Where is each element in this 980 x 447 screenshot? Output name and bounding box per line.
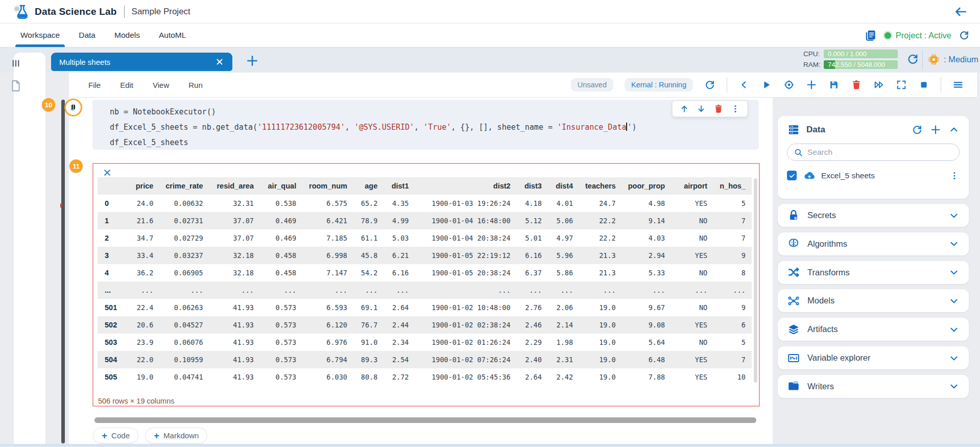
dataset-list-item[interactable]: Excel_5 sheets xyxy=(787,169,960,182)
data-cell: 65.2 xyxy=(353,195,384,212)
sidebar-section-writers[interactable]: Writers xyxy=(778,375,969,398)
data-cell: 89.3 xyxy=(353,351,384,368)
run-all-icon[interactable] xyxy=(873,79,885,90)
sidebar-section-secrets[interactable]: Secrets xyxy=(778,204,969,227)
cell-run-button[interactable] xyxy=(64,99,82,116)
ram-usage-badge: 742.550 / 5048.000 xyxy=(824,60,898,69)
hamburger-menu-icon[interactable] xyxy=(952,79,964,90)
scrollbar-error-marker xyxy=(60,203,62,208)
data-cell: 0.04527 xyxy=(159,316,209,334)
cpu-chip-icon xyxy=(927,53,940,66)
kernel-status-badge: Kernal : Running xyxy=(625,78,693,91)
chevron-down-icon[interactable] xyxy=(948,381,960,392)
back-arrow-icon[interactable] xyxy=(953,5,968,18)
logs-copy-icon[interactable] xyxy=(864,29,877,42)
data-cell: 2.94 xyxy=(622,247,672,264)
menu-run[interactable]: Run xyxy=(188,81,203,89)
delete-cell-icon[interactable] xyxy=(713,104,724,114)
data-cell: YES xyxy=(671,316,713,334)
sidebar-section-algorithms[interactable]: Algorithms xyxy=(778,232,969,255)
data-cell: YES xyxy=(671,247,713,264)
chevron-down-icon[interactable] xyxy=(948,238,960,249)
horizontal-scrollbar[interactable] xyxy=(94,417,756,423)
sidebar-section-models[interactable]: Models xyxy=(778,289,969,312)
nav-tab-workspace[interactable]: Workspace xyxy=(19,23,61,47)
sidebar-section-transforms[interactable]: Transforms xyxy=(778,261,969,284)
data-collapse-icon[interactable] xyxy=(948,124,960,135)
data-cell: 32.18 xyxy=(209,247,260,264)
chevron-down-icon[interactable] xyxy=(948,324,960,335)
output-close-icon[interactable] xyxy=(103,168,112,177)
data-cell: ... xyxy=(123,281,159,299)
data-panel: Data xyxy=(778,116,969,199)
move-cell-down-icon[interactable] xyxy=(696,104,706,114)
chevron-down-icon[interactable] xyxy=(948,210,960,221)
output-area: pricecrime_rateresid_areaair_qualroom_nu… xyxy=(92,163,760,407)
column-header: dist4 xyxy=(548,177,579,195)
data-search-input[interactable] xyxy=(807,148,935,157)
data-cell: 1900-01-05 22:19:12 xyxy=(415,247,516,264)
move-cell-up-icon[interactable] xyxy=(679,104,689,114)
nav-tab-data[interactable]: Data xyxy=(78,23,97,47)
table-row: 024.00.0063232.310.5386.57565.24.351900-… xyxy=(98,195,752,212)
tab-close-icon[interactable] xyxy=(215,57,224,66)
add-cell-icon[interactable] xyxy=(806,79,817,90)
code-token: ' xyxy=(627,123,632,132)
data-cell: 2.54 xyxy=(384,351,415,368)
data-cell: ... xyxy=(384,281,415,299)
stop-kernel-icon[interactable] xyxy=(918,79,929,90)
dataset-kebab-menu-icon[interactable] xyxy=(949,171,960,181)
project-refresh-icon[interactable] xyxy=(959,30,970,41)
debug-target-icon[interactable] xyxy=(783,79,795,90)
menu-view[interactable]: View xyxy=(153,81,169,89)
chevron-down-icon[interactable] xyxy=(948,295,960,307)
chevron-down-icon[interactable] xyxy=(948,267,960,278)
add-tab-icon[interactable] xyxy=(246,54,259,67)
dataset-checkbox[interactable] xyxy=(787,171,797,180)
add-markdown-cell-button[interactable]: + Markdown xyxy=(145,428,207,443)
data-cell: 0.458 xyxy=(260,264,302,281)
chevron-down-icon[interactable] xyxy=(948,352,960,364)
menu-file[interactable]: File xyxy=(88,81,101,89)
notebook-tab[interactable]: Multiple sheets xyxy=(51,53,232,71)
menu-edit[interactable]: Edit xyxy=(120,81,133,89)
network-icon xyxy=(787,294,800,308)
nav-tab-label: Data xyxy=(79,31,95,39)
collapse-left-icon[interactable] xyxy=(738,79,750,90)
file-icon[interactable] xyxy=(0,79,32,92)
run-cell-icon[interactable] xyxy=(761,79,772,90)
data-add-icon[interactable] xyxy=(930,124,941,135)
data-cell: 0.02731 xyxy=(159,212,209,229)
brain-icon xyxy=(787,237,800,250)
nav-tab-automl[interactable]: AutoML xyxy=(158,23,187,47)
data-cell: 23.9 xyxy=(123,334,159,351)
notebook-scrollbar[interactable] xyxy=(61,100,65,443)
data-cell: 10 xyxy=(713,368,752,386)
column-header: dist1 xyxy=(384,177,415,195)
code-cell[interactable]: nb = NotebookExecutor()df_Excel_5_sheets… xyxy=(92,100,759,150)
data-cell: 2.44 xyxy=(384,316,415,334)
cell-more-options-icon[interactable] xyxy=(730,104,740,114)
panel-columns-icon[interactable] xyxy=(0,58,32,69)
fullscreen-icon[interactable] xyxy=(896,79,907,90)
cpu-label: CPU: xyxy=(803,50,824,58)
sidebar-section-variable-explorer[interactable]: Variable explorer xyxy=(778,346,969,369)
node-size-label[interactable]: : Medium xyxy=(944,55,978,64)
resource-refresh-icon[interactable] xyxy=(906,53,919,65)
data-refresh-icon[interactable] xyxy=(912,124,923,135)
add-code-cell-button[interactable]: + Code xyxy=(93,428,138,443)
code-token: ) xyxy=(632,123,637,132)
row-index-cell: 1 xyxy=(98,212,123,229)
sidebar-section-artifacts[interactable]: Artifacts xyxy=(778,318,969,341)
save-notebook-icon[interactable] xyxy=(828,79,840,90)
code-editor[interactable]: nb = NotebookExecutor()df_Excel_5_sheets… xyxy=(110,104,759,150)
kernel-refresh-icon[interactable] xyxy=(704,79,715,90)
row-index-cell: 2 xyxy=(98,229,123,247)
nav-tab-models[interactable]: Models xyxy=(113,23,141,47)
delete-cell-icon[interactable] xyxy=(851,79,862,90)
left-rail xyxy=(14,53,45,444)
notebook-tab-title: Multiple sheets xyxy=(59,58,215,66)
data-cell: 2.72 xyxy=(384,368,415,386)
table-vertical-scrollbar[interactable] xyxy=(754,178,757,383)
data-cell: 6.37 xyxy=(517,264,548,281)
